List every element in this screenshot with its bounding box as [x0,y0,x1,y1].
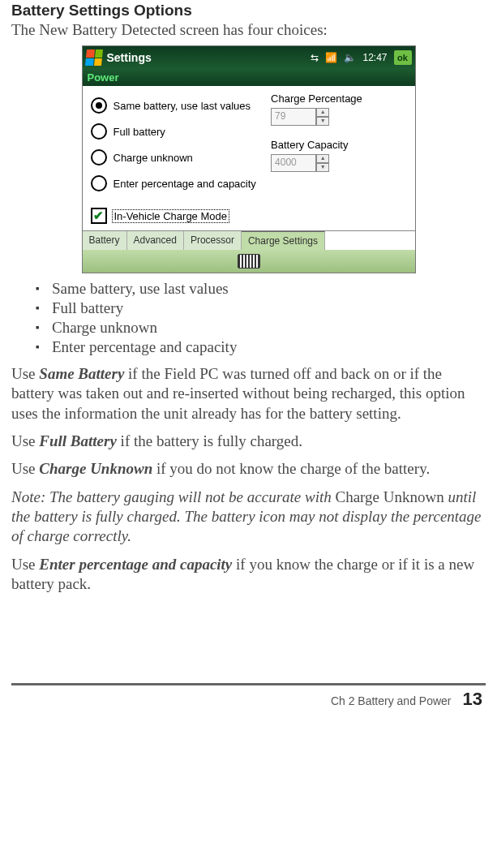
paragraph-full-battery: Use Full Battery if the battery is fully… [11,432,486,451]
radio-label: Same battery, use last values [114,100,251,112]
list-item: Full battery [36,299,486,317]
radio-label: Enter percentage and capacity [114,178,256,190]
spinner-up-icon[interactable]: ▲ [316,154,329,163]
keyboard-icon[interactable] [238,254,260,269]
radio-full-battery[interactable]: Full battery [91,123,257,140]
radio-enter-percentage[interactable]: Enter percentage and capacity [91,175,257,191]
device-screenshot: Settings ⇆ 📶 🔈 12:47 ok Power Same batte… [11,45,486,273]
windows-logo-icon[interactable] [84,49,102,66]
note-paragraph: Note: The battery gauging will not be ac… [11,488,486,547]
tab-processor[interactable]: Processor [184,231,242,250]
battery-capacity-label: Battery Capacity [271,139,406,151]
radio-same-battery[interactable]: Same battery, use last values [91,97,257,114]
paragraph-charge-unknown: Use Charge Unknown if you do not know th… [11,459,486,479]
checkbox-icon: ✔ [91,208,107,224]
volume-icon[interactable]: 🔈 [344,52,356,63]
list-item: Enter percentage and capacity [36,338,486,356]
connectivity-icon[interactable]: ⇆ [311,52,319,63]
list-item: Charge unknown [36,319,486,337]
radio-icon [91,97,107,114]
tab-charge-settings[interactable]: Charge Settings [242,231,325,250]
footer-chapter: Ch 2 Battery and Power [331,694,452,707]
list-item: Same battery, use last values [36,280,486,298]
charge-percentage-label: Charge Percentage [271,92,406,105]
battery-capacity-value: 4000 [271,154,316,172]
radio-icon [91,149,107,165]
screen-title: Power [83,69,415,86]
charge-percentage-value: 79 [271,108,316,126]
signal-icon[interactable]: 📶 [325,52,337,63]
page-footer: Ch 2 Battery and Power 13 [11,683,486,710]
spinner-up-icon[interactable]: ▲ [316,108,329,117]
paragraph-same-battery: Use Same Battery if the Field PC was tur… [11,364,486,423]
ok-button[interactable]: ok [394,50,412,65]
tab-battery[interactable]: Battery [83,231,127,250]
battery-capacity-spinner[interactable]: 4000 ▲▼ [271,154,329,172]
footer-page-number: 13 [463,689,482,710]
spinner-down-icon[interactable]: ▼ [316,117,329,126]
radio-label: Charge unknown [114,152,193,164]
softkey-bar [83,250,415,273]
charge-percentage-spinner[interactable]: 79 ▲▼ [271,108,329,126]
radio-icon [91,175,107,191]
radio-icon [91,123,107,140]
section-heading: Battery Settings Options [11,0,486,19]
bullet-list: Same battery, use last values Full batte… [11,280,486,356]
in-vehicle-checkbox-row[interactable]: ✔ In-Vehicle Charge Mode [83,204,415,230]
tab-advanced[interactable]: Advanced [127,231,184,250]
radio-label: Full battery [114,126,165,138]
spinner-down-icon[interactable]: ▼ [316,163,329,172]
titlebar-title: Settings [107,51,306,64]
radio-charge-unknown[interactable]: Charge unknown [91,149,257,165]
titlebar: Settings ⇆ 📶 🔈 12:47 ok [83,46,415,69]
intro-text: The New Battery Detected screen has four… [11,21,486,39]
clock-text: 12:47 [362,52,387,63]
paragraph-enter-percentage: Use Enter percentage and capacity if you… [11,555,486,595]
checkbox-label: In-Vehicle Charge Mode [112,209,229,223]
tab-bar: Battery Advanced Processor Charge Settin… [83,230,415,250]
